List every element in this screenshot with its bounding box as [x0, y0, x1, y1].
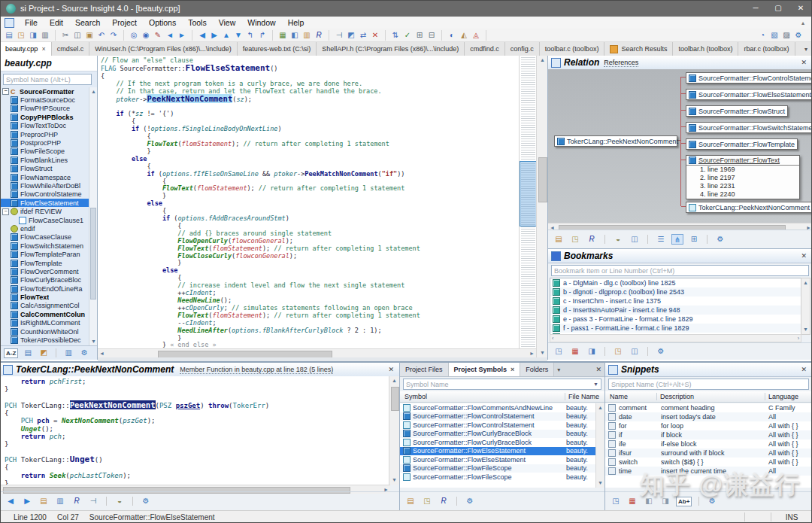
menu-item-file[interactable]: File — [19, 17, 44, 29]
doc-button[interactable]: ▥ — [54, 496, 66, 506]
close-icon[interactable]: ✕ — [798, 252, 809, 260]
scroll-down-icon[interactable]: ▼ — [803, 325, 808, 334]
tree-item-ifdef-review[interactable]: −ifdef REVIEW — [0, 207, 89, 215]
tree-item-flowtexttodoc[interactable]: FlowTextToDoc — [0, 122, 89, 130]
tab-project-files[interactable]: Project Files — [400, 363, 449, 376]
tree-item-flowelsestatement[interactable]: FlowElseStatement — [0, 199, 89, 207]
snippet-row-for[interactable]: forfor loopAll with { } — [605, 421, 812, 430]
symbol-row-sourceformatter-flowcurlybraceblock[interactable]: SourceFormatter::FlowCurlyBraceBlockbeau… — [400, 430, 596, 439]
copy-snippet-button[interactable]: ◨ — [659, 496, 671, 506]
window-list-icon[interactable]: ▧ — [768, 30, 780, 41]
column-name[interactable]: Name — [605, 393, 657, 400]
tab-cmdfind-c[interactable]: cmdfind.c — [465, 42, 505, 56]
relation-node-sourceformatter-flowtext[interactable]: SourceFormatter::FlowText — [686, 156, 799, 166]
tree-item-flowstruct[interactable]: FlowStruct — [0, 165, 89, 173]
tree-item-flowcaseclause[interactable]: FlowCaseClause — [0, 233, 89, 242]
menu-item-search[interactable]: Search — [69, 17, 106, 29]
relation-graph-view-button[interactable]: ⋔ — [671, 234, 683, 245]
scroll-up-icon[interactable]: ▲ — [540, 56, 545, 65]
replace-icon[interactable]: ✎ — [152, 30, 164, 41]
reference-button[interactable]: ▤ — [38, 496, 50, 506]
new-file-icon[interactable]: ▤ — [3, 30, 15, 41]
relation-reference[interactable]: 4. line 2240 — [686, 190, 799, 199]
scroll-thumb[interactable] — [90, 208, 96, 300]
tree-item-endif[interactable]: endif — [0, 224, 89, 233]
close-icon[interactable]: ✕ — [798, 366, 809, 373]
relation-settings-button[interactable]: ⚙ — [714, 234, 726, 245]
edit-snippet-button[interactable]: ◧ — [643, 496, 655, 506]
symbol-list-icon[interactable]: ▦ — [277, 30, 289, 41]
symbol-row-sourceformatter-flowcontrolstatement[interactable]: SourceFormatter::FlowControlStatementbea… — [400, 421, 596, 430]
tree-item-flowcaseclause1[interactable]: FlowCaseClause1 — [0, 216, 89, 224]
tab-folders[interactable]: Folders — [520, 363, 554, 376]
context-code-area[interactable]: return pchFirst;} PCH TokerCLang::PeekNe… — [0, 376, 389, 485]
save-bookmarks-button[interactable]: ◫ — [629, 346, 641, 357]
relation-node-sourceformatter-flowstruct[interactable]: SourceFormatter::FlowStruct — [686, 105, 788, 117]
tree-item-flownamespace[interactable]: FlowNamespace — [0, 173, 89, 181]
scroll-up-icon[interactable]: ▲ — [598, 403, 603, 412]
snippet-row-ife[interactable]: ifeif-else blockAll with { } — [605, 439, 812, 449]
tree-item-flowtoendoflinera[interactable]: FlowToEndOfLineRa — [0, 284, 89, 293]
tab-project-symbols[interactable]: Project Symbols× — [449, 363, 521, 376]
relation-reference[interactable]: 2. line 2197 — [686, 174, 799, 182]
chevron-down-icon[interactable]: ▼ — [593, 382, 598, 387]
tree-item-flowfilescope[interactable]: FlowFileScope — [0, 147, 89, 156]
bookmark-item[interactable]: d - InsertIsInAutoPair - insert.c line 9… — [550, 306, 801, 315]
project-vertical-scrollbar[interactable]: ▲ ▼ — [595, 403, 604, 488]
close-icon[interactable]: ✕ — [789, 0, 812, 17]
relation-save-button[interactable]: ▤ — [553, 234, 565, 245]
project-tab-overflow-icon[interactable]: ▾ — [557, 366, 560, 373]
tab-cmdsel-c[interactable]: cmdsel.c — [52, 42, 90, 56]
rename-bookmark-button[interactable]: ◨ — [586, 346, 598, 357]
tab-winuser-h-c-program-files-x86-include[interactable]: WinUser.h (C:\Program Files (x86)\...\in… — [89, 42, 238, 56]
copy-icon[interactable]: ◫ — [71, 30, 83, 41]
menu-item-view[interactable]: View — [213, 17, 242, 29]
bookmark-vertical-scrollbar[interactable]: ▲ ▼ — [801, 278, 810, 335]
check-icon[interactable]: ✓ — [401, 30, 414, 41]
snippet-row-time[interactable]: timeinsert the current timeAll — [605, 467, 812, 476]
tree-item-flowtext[interactable]: FlowText — [0, 293, 89, 301]
relation-window-icon[interactable]: ⊣ — [333, 30, 345, 41]
print-icon[interactable]: ▥ — [39, 30, 51, 41]
search-forward-icon[interactable]: ► — [176, 30, 188, 41]
relation-mode-label[interactable]: References — [604, 59, 638, 67]
redo-icon[interactable]: ↷ — [108, 30, 120, 41]
collapse-icon[interactable]: ⊟ — [426, 30, 438, 41]
tab-features-web-txt-c-si[interactable]: features-web.txt (C:\si) — [238, 42, 317, 56]
menu-collapse-icon[interactable]: ▴ — [801, 20, 804, 26]
tab-overflow-icon[interactable]: ▾ — [800, 46, 812, 53]
relation-node-sourceformatter-flowswitchstatement[interactable]: SourceFormatter::FlowSwitchStatement — [686, 122, 812, 133]
tree-item-sourceformatter[interactable]: −CSourceFormatter — [0, 87, 89, 96]
relation-button[interactable]: ⊣ — [87, 496, 99, 506]
project-browse-button[interactable]: ▤ — [404, 496, 417, 506]
snippet-row-switch[interactable]: switchswitch ($i$) { }All with { } — [605, 458, 812, 467]
snippet-row-comment[interactable]: commentcomment headingC Family — [605, 403, 812, 412]
relation-refresh-button[interactable]: R — [586, 234, 598, 245]
list-view-button[interactable]: ▤ — [22, 348, 34, 358]
tree-item-flowwhileafterdobl[interactable]: FlowWhileAfterDoBl — [0, 181, 89, 190]
bookmark-settings-button[interactable]: ⚙ — [655, 346, 667, 357]
maximize-icon[interactable]: ▢ — [767, 0, 789, 17]
minimize-icon[interactable]: ─ — [744, 0, 767, 17]
tab-beauty-cpp[interactable]: beauty.cpp× — [0, 42, 52, 56]
tree-item-flowovercomment[interactable]: FlowOverComment — [0, 267, 89, 275]
tree-item-calcassignmentcol[interactable]: CalcAssignmentCol — [0, 302, 89, 310]
scroll-up-icon[interactable]: ▲ — [392, 376, 397, 385]
bookmark-filter-input[interactable] — [551, 265, 809, 276]
relation-flowtext-node[interactable]: SourceFormatter::FlowText1. line 19692. … — [686, 155, 800, 199]
column-description[interactable]: Description — [657, 393, 765, 400]
snippet-settings-button[interactable]: ⚙ — [706, 496, 718, 506]
new-snippet-button[interactable]: ◳ — [610, 496, 622, 506]
relation-node-sourceformatter-flowcontrolstatemen[interactable]: SourceFormatter::FlowControlStatemen — [686, 72, 812, 84]
tree-item-flowtemplateparan[interactable]: FlowTemplateParan — [0, 250, 89, 258]
relation-node-tokerclang-peeknextnoncomment[interactable]: TokerCLang::PeekNextNonComment — [554, 135, 677, 147]
jump-down-icon[interactable]: ▼ — [232, 30, 244, 41]
menu-item-tools[interactable]: Tools — [182, 17, 213, 29]
tree-item-flowcurlybracebloc[interactable]: FlowCurlyBraceBloc — [0, 276, 89, 284]
minimap-viewport[interactable] — [520, 161, 537, 227]
new-bookmark-button[interactable]: ◳ — [553, 346, 565, 357]
project-open-button[interactable]: ◳ — [421, 496, 433, 506]
bookmark-horizontal-scrollbar[interactable]: ‹ › — [550, 334, 801, 342]
scroll-up-icon[interactable]: ▲ — [803, 278, 808, 287]
delete-bookmark-button[interactable]: ▦ — [569, 346, 581, 357]
